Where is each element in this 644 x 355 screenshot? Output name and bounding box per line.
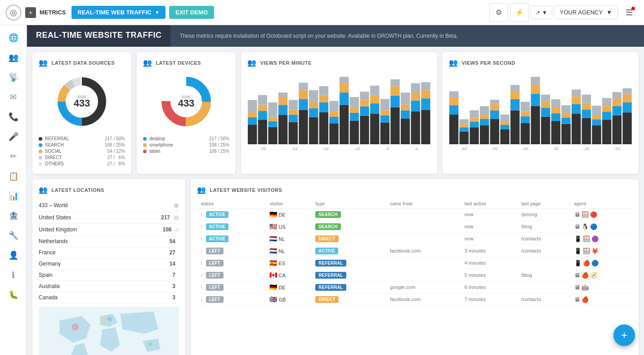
notifications-icon-button[interactable]: ⚡	[510, 3, 529, 22]
sidebar-item-user[interactable]: 👤	[4, 246, 22, 264]
realtime-traffic-button[interactable]: REAL-TIME WEB TRAFFIC ▼	[72, 6, 166, 19]
col-visitor: visitor	[266, 200, 312, 209]
sidebar-item-contacts[interactable]: 👥	[4, 49, 22, 67]
share-icon: ↗	[536, 9, 540, 16]
svg-rect-73	[401, 110, 410, 119]
sidebar-item-email[interactable]: ✉	[4, 88, 22, 106]
svg-rect-140	[592, 125, 601, 144]
add-button[interactable]: +	[25, 7, 36, 18]
svg-rect-123	[541, 95, 550, 101]
cell-agent: 📱 🪟 🦊	[571, 245, 632, 257]
svg-rect-42	[319, 95, 328, 102]
browser-icon: 🧭	[590, 272, 597, 279]
expand-world-icon[interactable]: ⊕	[174, 202, 179, 209]
svg-rect-87	[449, 91, 458, 98]
sidebar-item-tools[interactable]: 🔧	[4, 226, 22, 244]
page-info-section: These metrics require installation of Oc…	[170, 25, 644, 47]
device-icon: 📱	[574, 235, 581, 242]
svg-rect-19	[258, 95, 267, 105]
table-row: ↑ LEFT 🇪🇸ES REFERRAL 4 minutes 📱 🍎 🔵	[197, 257, 632, 269]
svg-rect-109	[510, 99, 519, 111]
svg-rect-105	[500, 125, 509, 129]
device-icon: 🖥	[574, 272, 580, 279]
world-map	[39, 307, 179, 355]
svg-rect-31	[289, 100, 298, 110]
locations-panel: 👥 LATEST LOCATIONS 433 – World ⊕ United …	[32, 179, 185, 355]
sidebar-item-phone[interactable]: 📞	[4, 108, 22, 126]
top-icon-group: ⚙ ⚡ ↗ ▼ YOUR AGENCY ▼ ☰	[489, 3, 639, 22]
svg-rect-71	[390, 79, 399, 86]
cell-last-page: /pricing	[518, 209, 571, 221]
sidebar-item-edit[interactable]: ✏	[4, 147, 22, 165]
metrics-label: METRICS	[40, 9, 66, 16]
share-button[interactable]: ↗ ▼	[531, 6, 552, 19]
location-world[interactable]: 433 – World ⊕	[39, 200, 179, 212]
col-status: status	[197, 200, 266, 209]
cell-agent: 🖥 🐧 🔵	[571, 221, 632, 233]
share-arrow-icon: ▼	[542, 9, 547, 16]
svg-rect-152	[622, 112, 631, 144]
os-icon: 🪟	[583, 235, 590, 242]
devices-legend: desktop217 / 50% smartphone108 / 25% tab…	[143, 136, 229, 154]
table-row: ↑ LEFT 🇳🇱NL ACTIVE facebook.com 3 minute…	[197, 245, 632, 257]
fab-button[interactable]: +	[613, 324, 635, 346]
svg-rect-89	[460, 127, 469, 131]
svg-rect-133	[572, 104, 581, 114]
cell-last-page	[518, 281, 571, 293]
os-icon: 🐧	[581, 223, 589, 230]
cell-last-page: /blog	[518, 221, 571, 233]
svg-rect-141	[592, 119, 601, 125]
svg-rect-122	[541, 101, 550, 108]
svg-rect-130	[561, 113, 570, 117]
svg-rect-104	[500, 129, 509, 144]
sidebar-item-dashboard[interactable]: 🌐	[4, 29, 22, 47]
sidebar-item-charts[interactable]: 📊	[4, 187, 22, 205]
cell-status: ↑ ACTIVE	[197, 233, 266, 245]
svg-rect-100	[490, 119, 499, 144]
cell-visitor: 🇩🇪DE	[266, 209, 312, 221]
svg-rect-97	[480, 119, 489, 125]
cell-type: SEARCH	[312, 209, 386, 221]
svg-rect-126	[551, 108, 560, 113]
browser-icon: 🔵	[590, 223, 597, 230]
svg-rect-86	[449, 98, 458, 105]
sidebar-item-bank[interactable]: 🏦	[4, 207, 22, 225]
svg-rect-64	[380, 123, 389, 144]
svg-rect-16	[258, 120, 267, 144]
svg-rect-79	[411, 83, 420, 93]
sidebar-item-mic[interactable]: 🎤	[4, 128, 22, 146]
visitors-panel: 👥 LATEST WEBSITE VISITORS status visitor…	[191, 179, 639, 355]
browser-icon: 🦊	[591, 248, 599, 254]
location-nl: Netherlands 54	[39, 236, 179, 247]
cell-visitor: 🇺🇸US	[266, 221, 312, 233]
cell-type: ACTIVE	[312, 245, 386, 257]
svg-rect-72	[401, 119, 410, 144]
svg-rect-135	[572, 89, 581, 96]
agency-selector[interactable]: YOUR AGENCY ▼	[554, 5, 618, 19]
svg-rect-28	[289, 122, 298, 144]
svg-rect-88	[460, 132, 469, 144]
sidebar-item-analytics[interactable]: 📡	[4, 68, 22, 86]
exit-demo-button[interactable]: EXIT DEMO	[169, 6, 214, 19]
settings-icon-button[interactable]: ⚙	[489, 3, 508, 22]
sidebar-item-bug[interactable]: 🐛	[4, 286, 22, 304]
location-de: Germany 14	[39, 258, 179, 270]
bottom-panels-row: 👥 LATEST LOCATIONS 433 – World ⊕ United …	[32, 179, 639, 355]
sidebar-item-reports[interactable]: 📋	[4, 167, 22, 185]
svg-point-159	[148, 342, 152, 346]
svg-rect-66	[380, 110, 389, 115]
hamburger-menu-button[interactable]: ☰	[620, 3, 639, 22]
svg-rect-44	[329, 124, 338, 144]
svg-rect-127	[551, 99, 560, 108]
os-icon: 🪟	[581, 211, 589, 218]
cell-status: ↑ LEFT	[197, 269, 266, 281]
svg-rect-32	[299, 110, 308, 144]
cell-type: REFERRAL	[312, 281, 386, 293]
sidebar-item-info[interactable]: ℹ	[4, 266, 22, 284]
svg-rect-145	[602, 111, 611, 120]
collapse-us-icon[interactable]: ⊖	[174, 214, 179, 221]
views-per-minute-panel: 👥 VIEWS PER MINUTE -29-24-19-14-9-4	[241, 52, 437, 174]
svg-rect-146	[602, 106, 611, 111]
cell-came-from	[386, 209, 461, 221]
expand-uk-icon[interactable]: ○	[175, 226, 179, 233]
